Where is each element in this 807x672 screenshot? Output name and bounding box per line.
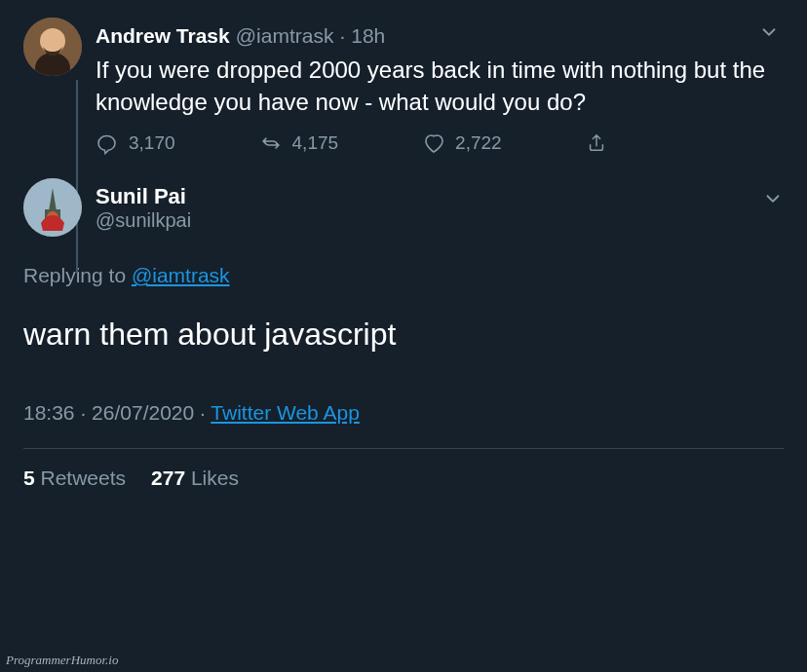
replying-mention[interactable]: @iamtrask bbox=[132, 264, 230, 286]
retweets-stat[interactable]: 5 Retweets bbox=[23, 467, 126, 490]
avatar-placeholder-icon bbox=[23, 18, 82, 76]
meta-separator: · bbox=[194, 401, 211, 424]
reply-action[interactable]: 3,170 bbox=[96, 131, 175, 155]
svg-point-1 bbox=[40, 28, 65, 54]
quoted-timestamp[interactable]: 18h bbox=[351, 22, 385, 49]
main-tweet-menu-caret[interactable] bbox=[762, 188, 784, 213]
likes-stat[interactable]: 277 Likes bbox=[151, 467, 239, 490]
heart-icon bbox=[422, 131, 445, 155]
tweet-date[interactable]: 26/07/2020 bbox=[92, 401, 194, 424]
like-action[interactable]: 2,722 bbox=[422, 131, 502, 155]
main-display-name[interactable]: Sunil Pai bbox=[96, 184, 191, 209]
thread-line bbox=[76, 80, 78, 273]
reply-count: 3,170 bbox=[129, 132, 175, 154]
retweets-label: Retweets bbox=[35, 467, 126, 489]
retweet-icon bbox=[259, 131, 283, 155]
watermark: ProgrammerHumor.io bbox=[6, 653, 118, 668]
share-icon bbox=[586, 132, 607, 154]
avatar-quoted[interactable] bbox=[23, 18, 82, 76]
like-count: 2,722 bbox=[455, 132, 502, 154]
chevron-down-icon bbox=[762, 188, 784, 209]
quoted-tweet-text: If you were dropped 2000 years back in t… bbox=[96, 55, 784, 118]
chevron-down-icon bbox=[758, 21, 780, 43]
main-handle[interactable]: @sunilkpai bbox=[96, 209, 191, 232]
tweet-meta: 18:36 · 26/07/2020 · Twitter Web App bbox=[23, 401, 784, 425]
tweet-menu-caret[interactable] bbox=[754, 18, 784, 53]
retweets-count: 5 bbox=[23, 467, 35, 489]
share-action[interactable] bbox=[586, 132, 607, 154]
retweet-action[interactable]: 4,175 bbox=[259, 131, 339, 155]
likes-count: 277 bbox=[151, 467, 185, 489]
divider bbox=[23, 448, 784, 449]
quoted-action-bar: 3,170 4,175 2,722 bbox=[96, 131, 784, 155]
replying-to: Replying to @iamtrask bbox=[23, 264, 784, 287]
separator-dot: · bbox=[339, 22, 345, 49]
main-tweet-header: Sunil Pai @sunilkpai bbox=[23, 178, 784, 237]
tweet-time[interactable]: 18:36 bbox=[23, 401, 75, 424]
avatar-placeholder-icon bbox=[23, 178, 82, 237]
retweet-count: 4,175 bbox=[292, 132, 339, 154]
main-tweet-text: warn them about javascript bbox=[23, 317, 784, 353]
avatar-main[interactable] bbox=[23, 178, 82, 237]
reply-icon bbox=[96, 131, 119, 155]
likes-label: Likes bbox=[185, 467, 239, 489]
quoted-handle[interactable]: @iamtrask bbox=[236, 22, 334, 49]
meta-separator: · bbox=[75, 401, 93, 424]
quoted-tweet: Andrew Trask @iamtrask · 18h If you were… bbox=[23, 18, 784, 178]
stats-bar: 5 Retweets 277 Likes bbox=[23, 467, 784, 490]
tweet-source[interactable]: Twitter Web App bbox=[211, 401, 360, 424]
quoted-display-name[interactable]: Andrew Trask bbox=[96, 22, 230, 49]
